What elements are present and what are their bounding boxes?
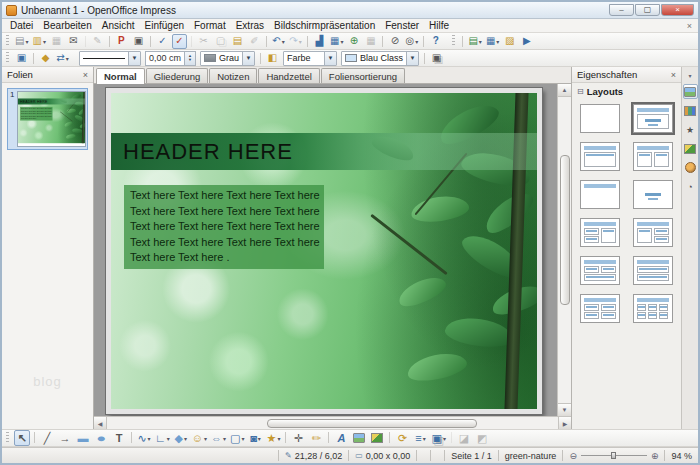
- vertical-scrollbar[interactable]: ▲ ▼: [557, 84, 571, 416]
- menu-item[interactable]: Einfügen: [140, 19, 189, 32]
- spellcheck-icon[interactable]: ✓▾: [155, 34, 170, 49]
- help-icon[interactable]: ?▾: [428, 34, 443, 49]
- slide-page[interactable]: HEADER HERE Text here Text here Text her…: [106, 88, 542, 414]
- menu-item[interactable]: Bildschirmpräsentation: [269, 19, 380, 32]
- scroll-down-icon[interactable]: ▼: [558, 403, 571, 416]
- sidebar-settings-icon[interactable]: ▾: [683, 71, 698, 80]
- format-paintbrush-icon[interactable]: ✐▾: [247, 34, 262, 49]
- save-icon[interactable]: ▦▾: [49, 34, 64, 49]
- scroll-right-icon[interactable]: ▶: [558, 417, 571, 429]
- menu-item[interactable]: Datei: [5, 19, 38, 32]
- layout-title-2content-over-content[interactable]: [580, 256, 620, 285]
- master-pages-tab-icon[interactable]: [683, 103, 698, 118]
- zoom-level[interactable]: 94 %: [664, 450, 698, 461]
- maximize-button[interactable]: ▢: [635, 4, 660, 16]
- gallery-icon[interactable]: ▾: [369, 430, 385, 446]
- navigator-tab-icon[interactable]: ◔: [683, 179, 698, 194]
- close-icon[interactable]: ×: [671, 70, 676, 80]
- toolbar-grip[interactable]: [6, 52, 9, 64]
- display-icon[interactable]: ▣: [14, 51, 29, 66]
- arrange-icon[interactable]: ▣▾: [430, 430, 446, 446]
- menu-item[interactable]: Bearbeiten: [38, 19, 96, 32]
- find-icon[interactable]: ◎▾: [404, 34, 419, 49]
- line-color-select[interactable]: Grau▼: [200, 51, 255, 66]
- animation-tab-icon[interactable]: ★: [683, 122, 698, 137]
- layout-title-content[interactable]: [580, 142, 620, 171]
- curve-icon[interactable]: ∿▾: [136, 430, 152, 446]
- glue-points-icon[interactable]: ✏▾: [308, 430, 324, 446]
- horizontal-scrollbar[interactable]: ◀ ▶: [94, 416, 571, 429]
- open-icon[interactable]: ▥▾: [31, 34, 46, 49]
- basic-shapes-icon[interactable]: ◆▾: [173, 430, 189, 446]
- slide-canvas[interactable]: HEADER HERE Text here Text here Text her…: [111, 93, 537, 409]
- view-tab[interactable]: Normal: [96, 68, 145, 84]
- layout-title-content-over-content[interactable]: [633, 256, 673, 285]
- callouts-icon[interactable]: ◙▾: [247, 430, 263, 446]
- menu-item[interactable]: Extras: [231, 19, 269, 32]
- close-icon[interactable]: ×: [83, 70, 88, 80]
- slide-icon[interactable]: ▤▾: [467, 34, 482, 49]
- layout-title-2content[interactable]: [633, 142, 673, 171]
- zoom-slider[interactable]: ⊖ ⊕: [562, 450, 664, 461]
- collapse-icon[interactable]: ⊟: [577, 87, 584, 96]
- line-icon[interactable]: ╱▾: [39, 430, 55, 446]
- undo-icon[interactable]: ↶▾: [271, 34, 286, 49]
- chart-icon[interactable]: ▟▾: [312, 34, 327, 49]
- print-icon[interactable]: ▣▾: [131, 34, 146, 49]
- rotate-icon[interactable]: ⟳▾: [394, 430, 410, 446]
- toolbar-grip[interactable]: [6, 35, 9, 47]
- table-icon[interactable]: ▦▾: [329, 34, 344, 49]
- gallery-tab-icon[interactable]: [683, 160, 698, 175]
- view-tab[interactable]: Gliederung: [146, 68, 208, 83]
- layout-title-content-2content[interactable]: [633, 218, 673, 247]
- fill-type-select[interactable]: Farbe▼: [283, 51, 337, 66]
- shadow-icon[interactable]: ▣: [429, 51, 444, 66]
- line-width-stepper[interactable]: 0,00 cm▲▼: [145, 51, 196, 66]
- text-icon[interactable]: T▾: [111, 430, 127, 446]
- slide-design-icon[interactable]: ▨▾: [502, 34, 517, 49]
- fontwork-gallery-icon[interactable]: ◩▾: [474, 430, 490, 446]
- arrow-style-icon[interactable]: ⇄▾: [55, 51, 70, 66]
- zoom-in-icon[interactable]: ⊕: [651, 451, 659, 461]
- slide-title-frame[interactable]: HEADER HERE: [111, 133, 537, 170]
- menu-item[interactable]: Hilfe: [424, 19, 454, 32]
- line-icon[interactable]: ◆: [38, 51, 53, 66]
- email-icon[interactable]: ✉▾: [66, 34, 81, 49]
- layout-blank[interactable]: [580, 104, 620, 133]
- paste-icon[interactable]: ▤▾: [230, 34, 245, 49]
- layout-title-6content[interactable]: [633, 294, 673, 323]
- toolbar-grip[interactable]: [452, 35, 455, 47]
- connector-icon[interactable]: ∟▾: [154, 430, 171, 446]
- copy-icon[interactable]: ▢▾: [213, 34, 228, 49]
- menu-item[interactable]: Format: [189, 19, 231, 32]
- toolbar-grip[interactable]: [6, 432, 9, 444]
- transition-tab-icon[interactable]: [683, 141, 698, 156]
- zoom-track[interactable]: [581, 455, 647, 456]
- export-pdf-icon[interactable]: P▾: [114, 34, 129, 49]
- view-tab[interactable]: Handzettel: [258, 68, 319, 83]
- vertical-scroll-thumb[interactable]: [560, 155, 570, 305]
- layout-centered-text[interactable]: [633, 180, 673, 209]
- slide-thumbnail[interactable]: 1 HEADER HERE Text here Text here Text h…: [7, 88, 88, 150]
- cut-icon[interactable]: ✂▾: [196, 34, 211, 49]
- line-style-select[interactable]: ▼: [79, 51, 141, 66]
- image-icon[interactable]: ▾: [351, 430, 367, 446]
- fontwork-icon[interactable]: A▾: [333, 430, 349, 446]
- template-name[interactable]: green-nature: [498, 450, 563, 461]
- layout-title-4content[interactable]: [580, 294, 620, 323]
- redo-icon[interactable]: ↷▾: [288, 34, 303, 49]
- scroll-up-icon[interactable]: ▲: [558, 84, 571, 97]
- document-close-icon[interactable]: ×: [687, 21, 695, 31]
- properties-tab-icon[interactable]: [683, 84, 698, 99]
- arrow-icon[interactable]: →▾: [57, 430, 73, 446]
- close-button[interactable]: ×: [661, 4, 694, 16]
- grid-icon[interactable]: ▦▾: [363, 34, 378, 49]
- layout-title-only[interactable]: [580, 180, 620, 209]
- slide-workspace[interactable]: HEADER HERE Text here Text here Text her…: [94, 84, 557, 416]
- select-icon[interactable]: ↖▾: [14, 430, 30, 446]
- slide-body-frame[interactable]: Text here Text here Text here Text here …: [124, 185, 324, 269]
- area-style-icon[interactable]: ◧: [265, 51, 280, 66]
- rectangle-icon[interactable]: ▬▾: [75, 430, 91, 446]
- extrusion-icon[interactable]: ◪▾: [456, 430, 472, 446]
- spinner-arrows-icon[interactable]: ▲▼: [184, 52, 195, 65]
